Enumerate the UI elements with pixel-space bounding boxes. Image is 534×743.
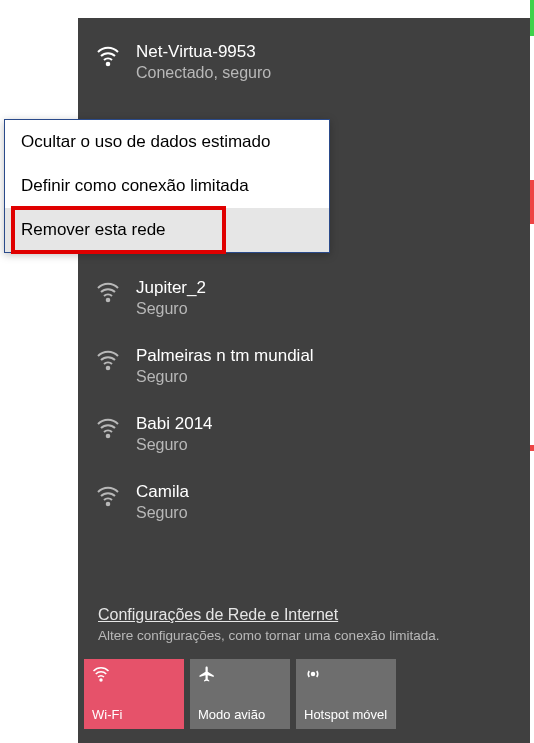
menu-hide-data-usage[interactable]: Ocultar o uso de dados estimado: [5, 120, 329, 164]
network-name: Babi 2014: [136, 414, 213, 434]
network-name: Jupiter_2: [136, 278, 206, 298]
edge-marker-icon: [530, 180, 534, 224]
menu-set-metered[interactable]: Definir como conexão limitada: [5, 164, 329, 208]
menu-item-label: Remover esta rede: [21, 220, 166, 239]
wifi-icon: [96, 484, 120, 508]
svg-point-1: [107, 299, 110, 302]
hotspot-icon: [304, 665, 388, 683]
edge-marker-icon: [530, 0, 534, 36]
svg-point-6: [312, 673, 315, 676]
svg-point-5: [100, 679, 102, 681]
network-item[interactable]: Palmeiras n tm mundial Seguro: [78, 332, 530, 400]
network-context-menu: Ocultar o uso de dados estimado Definir …: [4, 119, 330, 253]
network-item-connected[interactable]: Net-Virtua-9953 Conectado, seguro: [78, 18, 530, 96]
network-list: Net-Virtua-9953 Conectado, seguro Jupite…: [78, 18, 530, 604]
tile-label: Hotspot móvel: [304, 708, 388, 723]
airplane-icon: [198, 665, 282, 683]
settings-area: Configurações de Rede e Internet Altere …: [78, 604, 530, 653]
tile-label: Wi-Fi: [92, 708, 176, 723]
tile-label: Modo avião: [198, 708, 282, 723]
wifi-icon: [92, 665, 176, 683]
menu-forget-network[interactable]: Remover esta rede: [5, 208, 329, 252]
network-status: Seguro: [136, 504, 189, 522]
airplane-mode-tile[interactable]: Modo avião: [190, 659, 290, 729]
network-status: Conectado, seguro: [136, 64, 271, 82]
wifi-icon: [96, 280, 120, 304]
network-item[interactable]: Jupiter_2 Seguro: [78, 264, 530, 332]
network-status: Seguro: [136, 300, 206, 318]
wifi-icon: [96, 348, 120, 372]
svg-point-3: [107, 435, 110, 438]
settings-description: Altere configurações, como tornar uma co…: [98, 628, 510, 643]
wifi-icon: [96, 416, 120, 440]
quick-action-tiles: Wi-Fi Modo avião Hotspot móvel: [78, 653, 530, 743]
network-name: Camila: [136, 482, 189, 502]
network-status: Seguro: [136, 436, 213, 454]
network-name: Net-Virtua-9953: [136, 42, 271, 62]
network-status: Seguro: [136, 368, 314, 386]
svg-point-4: [107, 503, 110, 506]
svg-point-0: [107, 63, 110, 66]
network-settings-link[interactable]: Configurações de Rede e Internet: [98, 606, 510, 624]
network-item[interactable]: Camila Seguro: [78, 468, 530, 536]
wifi-tile[interactable]: Wi-Fi: [84, 659, 184, 729]
network-item[interactable]: Babi 2014 Seguro: [78, 400, 530, 468]
hotspot-tile[interactable]: Hotspot móvel: [296, 659, 396, 729]
edge-marker-icon: [530, 445, 534, 451]
network-name: Palmeiras n tm mundial: [136, 346, 314, 366]
wifi-icon: [96, 44, 120, 68]
svg-point-2: [107, 367, 110, 370]
